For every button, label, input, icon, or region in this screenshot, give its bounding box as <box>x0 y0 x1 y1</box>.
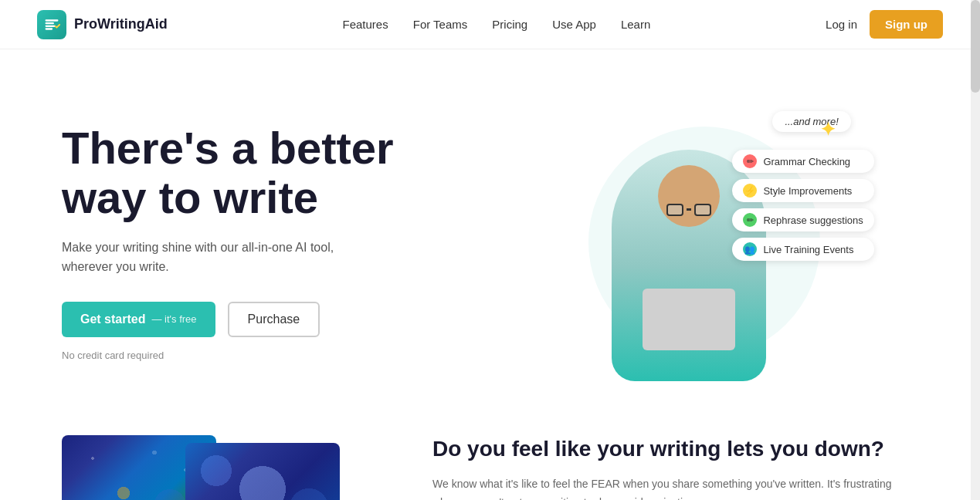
feature-tags: ✏ Grammar Checking ⚡ Style Improvements … <box>732 150 873 261</box>
person-laptop <box>643 289 735 350</box>
nav-menu: Features For Teams Pricing Use App Learn <box>343 18 651 32</box>
deco-plus-icon: ✦ <box>820 119 836 140</box>
scrollbar[interactable] <box>971 0 980 500</box>
lower-title: Do you feel like your writing lets you d… <box>432 435 918 463</box>
hero-left: There's a better way to write Make your … <box>62 123 490 361</box>
lower-section: My idea in my head Do you feel like your… <box>0 420 980 500</box>
hero-right: ...and more! <box>490 96 919 389</box>
no-credit-text: No credit card required <box>62 350 490 361</box>
grammar-icon: ✏ <box>743 154 757 168</box>
lower-right: Do you feel like your writing lets you d… <box>432 435 918 500</box>
brand-logo-link[interactable]: ProWritingAid <box>37 10 168 39</box>
person-glasses <box>666 204 711 216</box>
style-icon: ⚡ <box>743 184 757 198</box>
glasses-right <box>694 204 711 216</box>
feature-tag-style: ⚡ Style Improvements <box>732 179 873 202</box>
nav-pricing[interactable]: Pricing <box>492 18 527 31</box>
training-icon: 👥 <box>743 242 757 256</box>
nav-for-teams[interactable]: For Teams <box>413 18 468 31</box>
feature-tag-grammar: ✏ Grammar Checking <box>732 150 873 173</box>
more-tag: ...and more! <box>772 111 850 132</box>
get-started-label: Get started <box>80 312 145 326</box>
lower-images: My idea in my head <box>62 435 332 500</box>
feature-tag-rephrase: ✏ Rephrase suggestions <box>732 208 873 231</box>
glasses-bridge <box>687 208 691 211</box>
free-tag: — it's free <box>151 313 196 325</box>
hero-subtitle: Make your writing shine with our all-in-… <box>62 238 371 277</box>
lower-left: My idea in my head <box>62 435 371 500</box>
feature-tag-training: 👥 Live Training Events <box>732 238 873 261</box>
signup-button[interactable]: Sign up <box>870 10 943 39</box>
scrollbar-thumb[interactable] <box>971 0 980 93</box>
glasses-left <box>666 204 683 216</box>
image-card-2: My idea in my head <box>185 443 340 500</box>
nav-use-app[interactable]: Use App <box>552 18 596 31</box>
nav-features[interactable]: Features <box>343 18 388 31</box>
get-started-button[interactable]: Get started — it's free <box>62 302 215 337</box>
brand-name: ProWritingAid <box>74 16 168 32</box>
hero-title: There's a better way to write <box>62 123 490 222</box>
brand-logo-icon <box>37 10 66 39</box>
navbar: ProWritingAid Features For Teams Pricing… <box>0 0 980 49</box>
lower-body: We know what it's like to feel the FEAR … <box>432 475 918 500</box>
navbar-actions: Log in Sign up <box>826 10 943 39</box>
person-head <box>658 165 720 227</box>
nav-learn[interactable]: Learn <box>621 18 650 31</box>
hero-section: There's a better way to write Make your … <box>0 49 980 420</box>
hero-illustration: ...and more! <box>558 103 851 381</box>
hero-buttons: Get started — it's free Purchase <box>62 302 490 337</box>
rephrase-icon: ✏ <box>743 213 757 227</box>
login-button[interactable]: Log in <box>826 18 857 31</box>
purchase-button[interactable]: Purchase <box>228 302 320 337</box>
starry-night-bg-2: My idea in my head <box>185 443 340 500</box>
